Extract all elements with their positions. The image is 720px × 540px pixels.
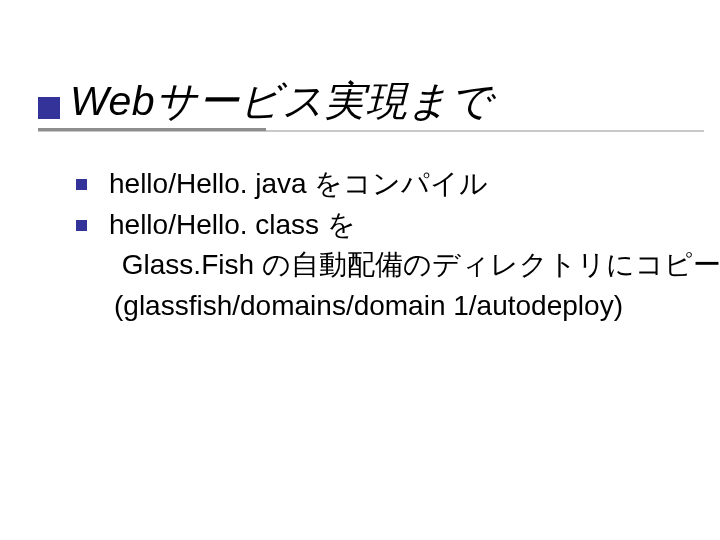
continuation-line: (glassfish/domains/domain 1/autodeploy) (76, 286, 696, 327)
slide-title: Webサービス実現まで (70, 74, 492, 129)
bullet-text: hello/Hello. java をコンパイル (109, 164, 488, 205)
continuation-line: Glass.Fish の自動配備のディレクトリにコピー (76, 245, 696, 286)
bullet-row: hello/Hello. class を (76, 205, 696, 246)
square-bullet-icon (76, 220, 87, 231)
title-row: Webサービス実現まで (38, 74, 492, 129)
bullet-row: hello/Hello. java をコンパイル (76, 164, 696, 205)
title-underline (38, 128, 704, 134)
title-bullet-square (38, 97, 60, 119)
square-bullet-icon (76, 179, 87, 190)
title-underline-dark (38, 128, 266, 131)
bullet-text: hello/Hello. class を (109, 205, 356, 246)
slide: Webサービス実現まで hello/Hello. java をコンパイル hel… (0, 0, 720, 540)
slide-body: hello/Hello. java をコンパイル hello/Hello. cl… (76, 164, 696, 326)
